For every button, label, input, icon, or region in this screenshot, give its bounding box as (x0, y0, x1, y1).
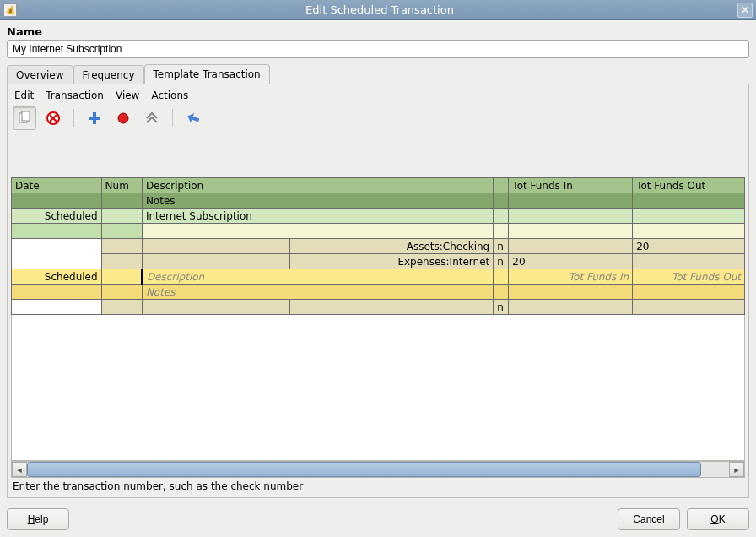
col-rec[interactable] (494, 178, 509, 193)
register: Date Num Description Tot Funds In Tot Fu… (11, 177, 745, 492)
menu-view[interactable]: View (116, 90, 139, 101)
tab-strip: Overview Frequency Template Transaction (7, 63, 749, 84)
name-label: Name (7, 25, 749, 38)
toolbar-separator (73, 109, 74, 127)
col-date[interactable]: Date (12, 178, 102, 193)
col-funds-in[interactable]: Tot Funds In (509, 178, 633, 193)
table-row[interactable] (12, 224, 745, 239)
toolbar-separator (172, 109, 173, 127)
add-icon[interactable] (83, 106, 106, 130)
title-bar: 💰 Edit Scheduled Transaction ✕ (0, 0, 756, 20)
table-row[interactable]: Notes (12, 285, 745, 300)
record-icon[interactable] (111, 106, 135, 130)
col-num[interactable]: Num (101, 178, 142, 193)
register-table[interactable]: Date Num Description Tot Funds In Tot Fu… (11, 177, 745, 315)
col-description[interactable]: Description (142, 178, 493, 193)
col-num-sub (101, 193, 142, 209)
table-row[interactable]: n (12, 300, 745, 315)
svg-rect-6 (89, 117, 100, 120)
table-row[interactable]: Scheduled Description Tot Funds In Tot F… (12, 269, 745, 285)
help-button[interactable]: Help (7, 508, 69, 530)
register-empty-area (11, 315, 745, 461)
menu-bar: Edit Transaction View Actions (11, 88, 745, 105)
scroll-track[interactable] (27, 462, 729, 477)
col-notes[interactable]: Notes (142, 193, 493, 209)
col-date-sub (12, 193, 102, 209)
cell-account[interactable]: Expenses:Internet (289, 254, 493, 269)
cancel-button[interactable]: Cancel (618, 508, 680, 530)
scroll-right-icon[interactable]: ▸ (729, 462, 744, 477)
toolbar (11, 105, 745, 135)
menu-transaction[interactable]: Transaction (46, 90, 104, 101)
tab-body: Edit Transaction View Actions (7, 84, 749, 498)
menu-edit[interactable]: Edit (14, 90, 34, 101)
ok-button[interactable]: OK (687, 508, 749, 530)
app-icon: 💰 (3, 3, 17, 17)
scroll-thumb[interactable] (27, 462, 701, 477)
table-row[interactable]: Expenses:Internet n 20 (12, 254, 745, 269)
cell-rec[interactable]: n (494, 239, 509, 254)
copy-icon[interactable] (13, 106, 36, 130)
table-row[interactable]: Assets:Checking n 20 (12, 239, 745, 254)
cell-date[interactable]: Scheduled (12, 209, 102, 224)
cell-description[interactable]: Internet Subscription (142, 209, 493, 224)
scroll-left-icon[interactable]: ◂ (12, 462, 27, 477)
cell-in[interactable]: 20 (509, 254, 633, 269)
horizontal-scrollbar[interactable]: ◂ ▸ (11, 461, 745, 478)
blank-icon[interactable] (181, 106, 205, 130)
cell-rec[interactable]: n (494, 254, 509, 269)
table-row[interactable]: Scheduled Internet Subscription (12, 209, 745, 224)
tab-template-transaction[interactable]: Template Transaction (144, 64, 270, 84)
cell-account[interactable]: Assets:Checking (289, 239, 493, 254)
tab-overview[interactable]: Overview (7, 65, 73, 84)
close-icon[interactable]: ✕ (737, 3, 753, 18)
cell-out[interactable]: 20 (633, 239, 745, 254)
cell-date[interactable]: Scheduled (12, 269, 102, 285)
cell-rec[interactable]: n (494, 300, 509, 315)
jump-icon[interactable] (140, 106, 164, 130)
svg-rect-1 (22, 111, 30, 121)
menu-actions[interactable]: Actions (151, 90, 188, 101)
tab-frequency[interactable]: Frequency (73, 65, 144, 84)
cancel-icon[interactable] (41, 106, 65, 130)
svg-point-7 (118, 113, 128, 123)
name-input[interactable] (7, 40, 749, 58)
dialog-footer: Help Cancel OK (7, 498, 749, 530)
status-text: Enter the transaction number, such as th… (11, 478, 745, 492)
col-funds-out[interactable]: Tot Funds Out (633, 178, 745, 193)
window-title: Edit Scheduled Transaction (22, 3, 737, 16)
